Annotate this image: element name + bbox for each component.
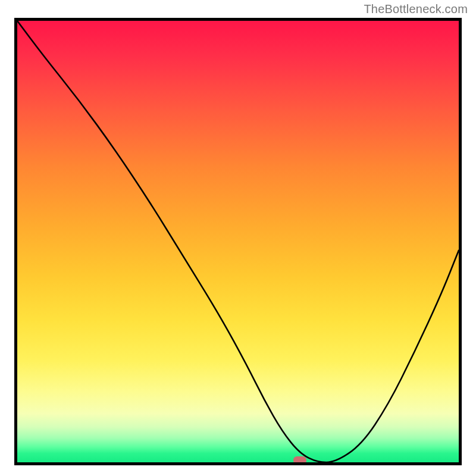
chart-frame (14, 18, 462, 465)
bottleneck-curve (17, 21, 459, 462)
curve-svg (17, 21, 459, 462)
optimal-point-marker (293, 456, 306, 464)
watermark-text: TheBottleneck.com (364, 2, 468, 16)
